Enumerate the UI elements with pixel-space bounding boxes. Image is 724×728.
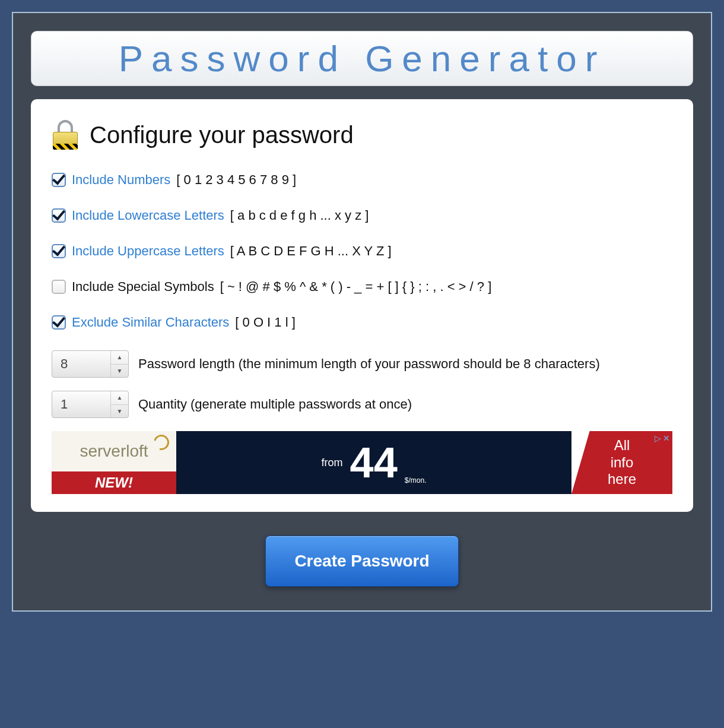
option-hint: [ a b c d e f g h ... x y z ] (230, 208, 369, 223)
option-checkbox[interactable] (52, 244, 66, 258)
panel-title: Configure your password (90, 122, 354, 148)
length-value[interactable]: 8 (52, 351, 110, 377)
option-hint: [ 0 O I 1 l ] (235, 315, 295, 330)
option-hint: [ ~ ! @ # $ % ^ & * ( ) - _ = + [ ] { } … (220, 279, 492, 295)
quantity-label: Quantity (generate multiple passwords at… (138, 397, 412, 412)
option-row: Exclude Similar Characters[ 0 O I 1 l ] (52, 315, 672, 330)
option-checkbox[interactable] (52, 208, 66, 223)
length-row: 8 ▲ ▼ Password length (the minimum lengt… (52, 350, 672, 378)
ad-close-icon[interactable]: ✕ (663, 433, 670, 443)
ad-banner[interactable]: serverloft NEW! from 44 $/mon. All info … (52, 431, 672, 494)
option-label: Include Special Symbols (72, 279, 214, 295)
option-label[interactable]: Include Lowercase Letters (72, 208, 224, 223)
quantity-down-button[interactable]: ▼ (111, 405, 128, 418)
length-down-button[interactable]: ▼ (111, 365, 128, 378)
option-row: Include Uppercase Letters[ A B C D E F G… (52, 243, 672, 259)
ad-new-badge: NEW! (52, 471, 176, 494)
option-row: Include Lowercase Letters[ a b c d e f g… (52, 208, 672, 223)
option-checkbox[interactable] (52, 280, 66, 294)
option-checkbox[interactable] (52, 173, 66, 187)
app-container: Password Generator Configure your passwo… (12, 12, 712, 612)
option-row: Include Special Symbols[ ~ ! @ # $ % ^ &… (52, 279, 672, 295)
option-checkbox[interactable] (52, 315, 66, 330)
option-label[interactable]: Exclude Similar Characters (72, 315, 229, 330)
option-label[interactable]: Include Uppercase Letters (72, 243, 224, 259)
length-spinner[interactable]: 8 ▲ ▼ (52, 350, 129, 378)
title-bar: Password Generator (31, 31, 693, 86)
option-hint: [ 0 1 2 3 4 5 6 7 8 9 ] (176, 172, 296, 188)
quantity-up-button[interactable]: ▲ (111, 391, 128, 405)
adchoices-icon[interactable]: ▷ (655, 433, 661, 443)
lock-icon (52, 120, 79, 150)
quantity-row: 1 ▲ ▼ Quantity (generate multiple passwo… (52, 391, 672, 418)
quantity-spinner[interactable]: 1 ▲ ▼ (52, 391, 129, 418)
panel-heading: Configure your password (52, 120, 672, 150)
swirl-icon (151, 432, 172, 453)
option-label[interactable]: Include Numbers (72, 172, 170, 188)
config-panel: Configure your password Include Numbers[… (31, 99, 693, 512)
option-hint: [ A B C D E F G H ... X Y Z ] (230, 243, 392, 259)
app-title: Password Generator (31, 37, 693, 80)
length-up-button[interactable]: ▲ (111, 351, 128, 365)
ad-price: from 44 $/mon. (176, 431, 571, 494)
option-row: Include Numbers[ 0 1 2 3 4 5 6 7 8 9 ] (52, 172, 672, 188)
quantity-value[interactable]: 1 (52, 391, 110, 417)
ad-brand: serverloft (52, 431, 176, 471)
create-password-button[interactable]: Create Password (265, 536, 458, 587)
length-label: Password length (the minimum length of y… (138, 356, 600, 372)
